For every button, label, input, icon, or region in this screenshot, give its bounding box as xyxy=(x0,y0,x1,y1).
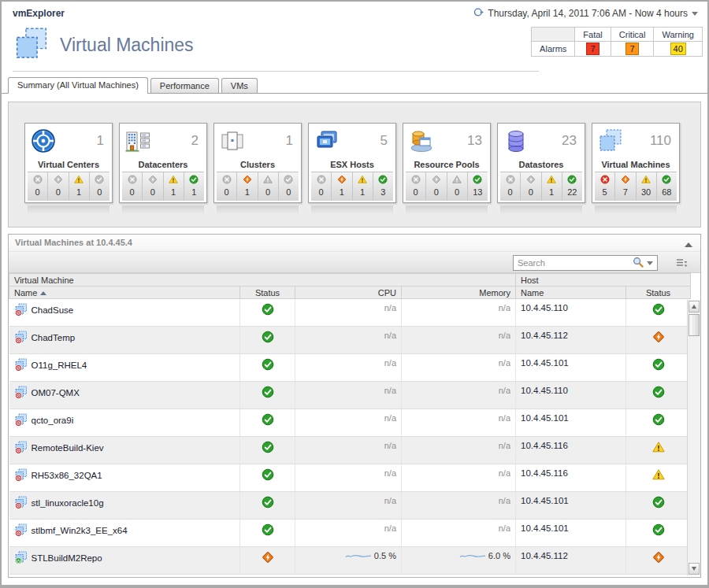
tile-esx-hosts[interactable]: 5 ESX Hosts 0113 xyxy=(308,123,396,203)
column-header-host-name[interactable]: Name xyxy=(516,287,626,299)
status-cell-critical[interactable]: 7 xyxy=(614,172,635,201)
normal-icon[interactable] xyxy=(262,418,274,427)
vertical-scrollbar[interactable] xyxy=(687,300,700,575)
tile-label: Virtual Machines xyxy=(595,160,677,172)
alarm-col-critical: Critical xyxy=(611,28,654,42)
table-row[interactable]: STLBuildM2Repo 0.5 % 6.0 % 10.4.45.112 xyxy=(9,547,691,575)
table-row[interactable]: stlbmf_Win2k3_EE_x64 n/a n/a 10.4.45.101 xyxy=(9,520,691,547)
status-cell-fatal[interactable]: 0 xyxy=(406,172,425,201)
normal-icon[interactable] xyxy=(652,363,665,372)
tile-count: 1 xyxy=(97,133,104,149)
tab-performance[interactable]: Performance xyxy=(150,78,219,93)
status-cell-warning[interactable]: 0 xyxy=(258,172,278,201)
warning-icon[interactable] xyxy=(652,446,665,455)
warning-icon[interactable] xyxy=(652,473,665,483)
alarm-col-fatal: Fatal xyxy=(575,28,611,42)
status-cell-warning[interactable]: 1 xyxy=(163,172,184,201)
normal-icon xyxy=(662,176,671,186)
status-cell-warning[interactable]: 1 xyxy=(352,172,373,201)
status-cell-normal[interactable]: 1 xyxy=(184,172,204,201)
fatal-alarm-count[interactable]: 7 xyxy=(586,43,599,55)
normal-icon[interactable] xyxy=(262,390,274,400)
tile-virtual-machines[interactable]: 110 Virtual Machines 573068 xyxy=(592,123,680,203)
status-cell-warning[interactable]: 1 xyxy=(69,172,89,201)
normal-icon[interactable] xyxy=(652,528,665,538)
normal-icon[interactable] xyxy=(262,308,274,317)
status-cell-fatal[interactable]: 0 xyxy=(217,172,236,201)
esx-host-icon xyxy=(314,128,340,156)
tile-datastores[interactable]: 23 Datastores 00122 xyxy=(497,123,585,203)
tab-vms[interactable]: VMs xyxy=(221,78,258,93)
normal-icon[interactable] xyxy=(652,418,665,427)
table-row[interactable]: RemoteBuild-Kiev n/a n/a 10.4.45.116 xyxy=(9,437,691,464)
status-cell-critical[interactable]: 0 xyxy=(425,172,446,201)
status-cell-critical[interactable]: 0 xyxy=(47,172,68,201)
tile-datacenters[interactable]: 2 Datacenters 0011 xyxy=(119,123,207,203)
column-header-host-status[interactable]: Status xyxy=(626,287,691,299)
critical-icon[interactable] xyxy=(652,335,665,345)
normal-icon[interactable] xyxy=(262,501,274,510)
critical-icon[interactable] xyxy=(262,556,274,565)
status-cell-normal[interactable]: 68 xyxy=(656,172,677,201)
status-cell-normal[interactable]: 0 xyxy=(89,172,110,201)
table-row[interactable]: O11g_RHEL4 n/a n/a 10.4.45.101 xyxy=(9,354,691,382)
scroll-down-button[interactable] xyxy=(689,563,700,575)
status-cell-fatal[interactable]: 0 xyxy=(122,172,142,201)
column-header-status[interactable]: Status xyxy=(240,287,295,299)
alarm-col-warning: Warning xyxy=(654,28,703,42)
collapse-icon[interactable] xyxy=(685,239,692,249)
status-cell-critical[interactable]: 0 xyxy=(142,172,162,201)
status-cell-warning[interactable]: 30 xyxy=(636,172,656,201)
normal-icon[interactable] xyxy=(262,363,274,372)
normal-icon[interactable] xyxy=(652,501,665,510)
scrollbar-thumb[interactable] xyxy=(689,314,700,336)
memory-cell: n/a xyxy=(402,437,516,464)
scroll-up-button[interactable] xyxy=(689,301,700,312)
tile-count: 110 xyxy=(650,133,671,149)
normal-icon[interactable] xyxy=(262,335,274,345)
fatal-icon xyxy=(128,176,137,186)
critical-icon[interactable] xyxy=(652,556,665,565)
status-cell-fatal[interactable]: 0 xyxy=(311,172,331,201)
status-cell-normal[interactable]: 13 xyxy=(467,172,488,201)
time-range-selector[interactable]: Thursday, April 14, 2011 7:06 AM - Now 4… xyxy=(473,7,698,20)
normal-icon[interactable] xyxy=(262,446,274,455)
status-cell-fatal[interactable]: 0 xyxy=(500,172,520,201)
table-row[interactable]: OM07-QMX n/a n/a 10.4.45.110 xyxy=(9,382,691,409)
vm-name: stl_linuxoracle10g xyxy=(32,498,104,508)
normal-icon[interactable] xyxy=(262,528,274,538)
status-cell-warning[interactable]: 1 xyxy=(541,172,562,201)
tile-virtual-centers[interactable]: 1 Virtual Centers 0010 xyxy=(24,123,113,203)
search-button[interactable] xyxy=(633,257,653,269)
normal-icon[interactable] xyxy=(262,473,274,483)
status-cell-normal[interactable]: 3 xyxy=(373,172,393,201)
status-count: 13 xyxy=(468,187,488,197)
tile-resource-pools[interactable]: 13 Resource Pools 00013 xyxy=(403,123,491,203)
warning-alarm-count[interactable]: 40 xyxy=(670,43,686,55)
status-cell-critical[interactable]: 1 xyxy=(331,172,351,201)
status-cell-normal[interactable]: 22 xyxy=(562,172,582,201)
column-header-cpu[interactable]: CPU xyxy=(295,287,402,299)
table-options-icon[interactable] xyxy=(676,258,688,269)
critical-icon xyxy=(526,176,536,186)
status-cell-critical[interactable]: 0 xyxy=(520,172,540,201)
critical-alarm-count[interactable]: 7 xyxy=(625,43,639,55)
status-cell-critical[interactable]: 1 xyxy=(236,172,257,201)
status-cell-normal[interactable]: 0 xyxy=(278,172,299,201)
status-cell-fatal[interactable]: 0 xyxy=(28,172,47,201)
column-header-name[interactable]: Name xyxy=(9,287,240,299)
table-row[interactable]: qcto_ora9i n/a n/a 10.4.45.101 xyxy=(9,409,691,437)
status-cell-warning[interactable]: 0 xyxy=(447,172,467,201)
normal-icon[interactable] xyxy=(652,390,665,400)
tile-label: Datastores xyxy=(500,160,582,172)
tab-summary[interactable]: Summary (All Virtual Machines) xyxy=(8,77,148,94)
table-row[interactable]: ChadSuse n/a n/a 10.4.45.110 xyxy=(9,299,691,327)
normal-icon[interactable] xyxy=(652,308,665,317)
status-cell-fatal[interactable]: 5 xyxy=(595,172,614,201)
table-row[interactable]: stl_linuxoracle10g n/a n/a 10.4.45.101 xyxy=(9,492,691,520)
tile-clusters[interactable]: 1 Clusters 0100 xyxy=(213,123,302,203)
column-header-memory[interactable]: Memory xyxy=(402,287,516,299)
search-input[interactable] xyxy=(518,258,633,268)
table-row[interactable]: ChadTemp n/a n/a 10.4.45.112 xyxy=(9,327,691,354)
table-row[interactable]: RH53x86_32QA1 n/a n/a 10.4.45.116 xyxy=(9,464,691,492)
